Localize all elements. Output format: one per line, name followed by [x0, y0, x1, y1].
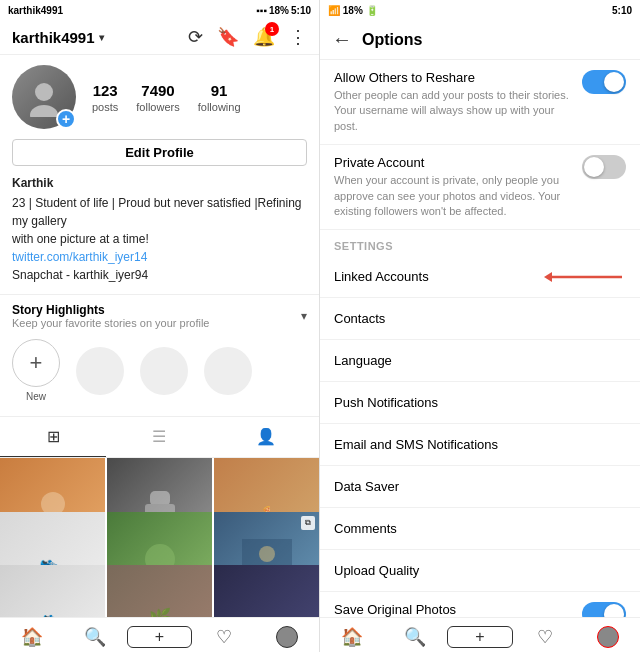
svg-point-12: [259, 546, 275, 562]
back-button[interactable]: ←: [332, 28, 352, 51]
email-sms-item[interactable]: Email and SMS Notifications: [320, 424, 640, 466]
tab-grid[interactable]: ⊞: [0, 417, 106, 457]
left-time: 5:10: [291, 5, 311, 16]
push-notifications-label: Push Notifications: [334, 395, 438, 410]
svg-point-1: [30, 105, 58, 117]
story-circle-img-1: [76, 347, 124, 395]
save-original-row: Save Original Photos: [320, 592, 640, 617]
private-account-row: Private Account When your account is pri…: [320, 145, 640, 230]
language-label: Language: [334, 353, 392, 368]
tab-list[interactable]: ☰: [106, 417, 212, 457]
stat-posts: 123 posts: [92, 82, 118, 113]
options-content: Allow Others to Reshare Other people can…: [320, 60, 640, 617]
story-new-label: New: [26, 391, 46, 402]
story-circle-1[interactable]: [76, 347, 124, 395]
story-circle-2[interactable]: [140, 347, 188, 395]
data-saver-item[interactable]: Data Saver: [320, 466, 640, 508]
nav-likes[interactable]: ♡: [192, 626, 255, 648]
nav-add[interactable]: +: [127, 626, 192, 648]
data-saver-label: Data Saver: [334, 479, 399, 494]
stats: 123 posts 7490 followers 91 following: [92, 82, 241, 113]
right-nav-profile[interactable]: [576, 626, 640, 648]
language-item[interactable]: Language: [320, 340, 640, 382]
private-account-knob: [584, 157, 604, 177]
nav-profile[interactable]: [256, 626, 319, 648]
stat-followers: 7490 followers: [136, 82, 179, 113]
right-status-bar: 📶 18% 🔋 5:10: [320, 0, 640, 20]
svg-point-0: [35, 83, 53, 101]
username-chevron-icon: ▾: [99, 32, 104, 43]
ig-header: karthik4991 ▾ ⟳ 🔖 🔔 1 ⋮: [0, 20, 319, 55]
bio: Karthik 23 | Student of life | Proud but…: [12, 174, 307, 284]
right-nav-home[interactable]: 🏠: [320, 626, 384, 648]
post-cell-8[interactable]: 🌿: [107, 565, 212, 617]
profile-top: + 123 posts 7490 followers 91 following: [12, 65, 307, 129]
tab-tagged[interactable]: 👤: [213, 417, 319, 457]
allow-reshare-toggle[interactable]: [582, 70, 626, 94]
allow-reshare-knob: [604, 72, 624, 92]
right-nav-search[interactable]: 🔍: [384, 626, 448, 648]
bio-twitter[interactable]: twitter.com/karthik_iyer14: [12, 248, 307, 266]
story-circle-3[interactable]: [204, 347, 252, 395]
story-circle-new[interactable]: + New: [12, 339, 60, 402]
right-nav-add[interactable]: +: [447, 626, 513, 648]
story-circle-img-3: [204, 347, 252, 395]
story-new-button[interactable]: +: [12, 339, 60, 387]
profile-section: + 123 posts 7490 followers 91 following: [0, 55, 319, 294]
allow-reshare-text: Allow Others to Reshare Other people can…: [334, 70, 582, 134]
stat-posts-value: 123: [93, 82, 118, 99]
story-highlights-left: Story Highlights Keep your favorite stor…: [12, 303, 210, 329]
bio-name: Karthik: [12, 174, 307, 192]
right-nav-likes[interactable]: ♡: [513, 626, 577, 648]
svg-marker-14: [544, 272, 552, 282]
save-original-knob: [604, 604, 624, 617]
stat-posts-label: posts: [92, 101, 118, 113]
allow-reshare-row: Allow Others to Reshare Other people can…: [320, 60, 640, 145]
ig-username-text: karthik4991: [12, 29, 95, 46]
nav-search[interactable]: 🔍: [63, 626, 126, 648]
notification-icon[interactable]: 🔔 1: [253, 26, 275, 48]
ig-username-container[interactable]: karthik4991 ▾: [12, 29, 104, 46]
upload-quality-label: Upload Quality: [334, 563, 419, 578]
private-account-desc: When your account is private, only peopl…: [334, 173, 572, 219]
stat-following: 91 following: [198, 82, 241, 113]
post-grid: 🍕 👟: [0, 458, 319, 617]
story-highlights-chevron-icon[interactable]: ▾: [301, 309, 307, 323]
right-panel: 📶 18% 🔋 5:10 ← Options Allow Others to R…: [320, 0, 640, 652]
upload-quality-item[interactable]: Upload Quality: [320, 550, 640, 592]
allow-reshare-desc: Other people can add your posts to their…: [334, 88, 572, 134]
right-status-time: 5:10: [612, 5, 632, 16]
bookmark-icon[interactable]: 🔖: [217, 26, 239, 48]
post-tabs: ⊞ ☰ 👤: [0, 417, 319, 458]
stat-following-label: following: [198, 101, 241, 113]
story-highlights-header: Story Highlights Keep your favorite stor…: [12, 303, 307, 329]
story-circles: + New: [12, 333, 307, 408]
left-battery: 18%: [269, 5, 289, 16]
right-bottom-nav: 🏠 🔍 + ♡: [320, 617, 640, 652]
post-cell-9[interactable]: [214, 565, 319, 617]
push-notifications-item[interactable]: Push Notifications: [320, 382, 640, 424]
left-panel: karthik4991 ▪▪▪ 18% 5:10 karthik4991 ▾ ⟳…: [0, 0, 320, 652]
save-original-toggle[interactable]: [582, 602, 626, 617]
left-status-right: ▪▪▪ 18% 5:10: [256, 5, 311, 16]
settings-section-label: SETTINGS: [320, 230, 640, 256]
left-status-username: karthik4991: [8, 5, 63, 16]
private-account-toggle[interactable]: [582, 155, 626, 179]
more-icon[interactable]: ⋮: [289, 26, 307, 48]
edit-profile-button[interactable]: Edit Profile: [12, 139, 307, 166]
post-cell-7[interactable]: 👟: [0, 565, 105, 617]
story-highlights: Story Highlights Keep your favorite stor…: [0, 294, 319, 417]
contacts-item[interactable]: Contacts: [320, 298, 640, 340]
nav-home[interactable]: 🏠: [0, 626, 63, 648]
allow-reshare-label: Allow Others to Reshare: [334, 70, 572, 85]
history-icon[interactable]: ⟳: [188, 26, 203, 48]
linked-accounts-arrow-annotation: [542, 265, 632, 289]
notification-badge: 1: [265, 22, 279, 36]
comments-item[interactable]: Comments: [320, 508, 640, 550]
avatar-add-icon[interactable]: +: [56, 109, 76, 129]
stat-following-value: 91: [211, 82, 228, 99]
svg-rect-4: [150, 491, 170, 506]
linked-accounts-item[interactable]: Linked Accounts: [320, 256, 640, 298]
save-original-label: Save Original Photos: [334, 602, 456, 617]
avatar-wrap: +: [12, 65, 76, 129]
